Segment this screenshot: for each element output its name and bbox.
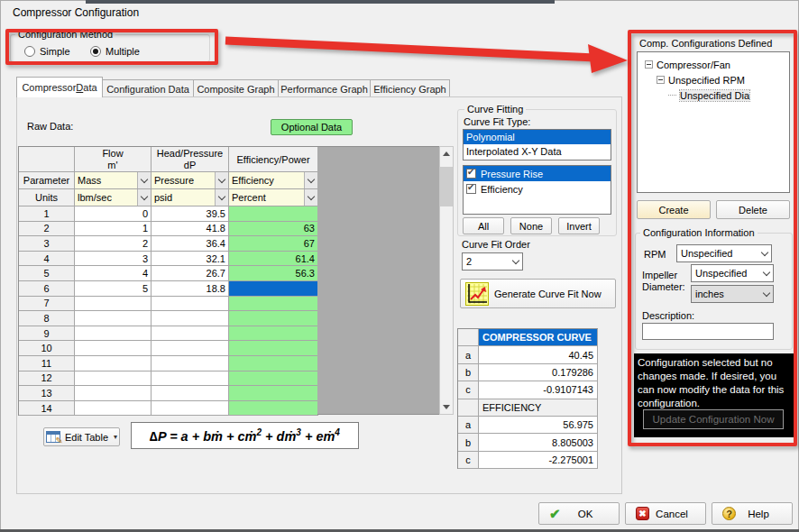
description-input[interactable] bbox=[642, 323, 774, 340]
chevron-down-icon[interactable] bbox=[137, 189, 151, 206]
units-dropdown[interactable]: lbm/sec bbox=[75, 189, 152, 206]
efficiency-cell[interactable] bbox=[229, 206, 318, 222]
configurations-tree[interactable]: Compressor/FanUnspecified RPMUnspecified… bbox=[637, 51, 790, 193]
units-dropdown[interactable]: Percent bbox=[229, 189, 318, 206]
generate-curve-fit-button[interactable]: Generate Curve Fit Now bbox=[460, 279, 616, 308]
dp-cell[interactable] bbox=[152, 311, 229, 326]
flow-cell[interactable]: 5 bbox=[75, 281, 152, 297]
rpm-combo[interactable]: Unspecified bbox=[676, 244, 772, 262]
optional-data-button[interactable]: Optional Data bbox=[271, 119, 353, 135]
parameter-dropdown[interactable]: Efficiency bbox=[229, 172, 318, 189]
scrollbar-up-icon[interactable] bbox=[440, 147, 453, 161]
efficiency-cell[interactable] bbox=[229, 401, 318, 417]
all-button[interactable]: All bbox=[463, 217, 504, 234]
efficiency-cell[interactable] bbox=[229, 297, 318, 312]
tab-efficiency-graph[interactable]: Efficiency Graph bbox=[370, 79, 450, 97]
efficiency-cell[interactable] bbox=[229, 356, 318, 371]
edit-table-button[interactable]: ✎ Edit Table ▾ bbox=[43, 427, 120, 446]
flow-cell[interactable] bbox=[75, 401, 152, 417]
create-button[interactable]: Create bbox=[637, 200, 711, 219]
flow-cell[interactable]: 2 bbox=[75, 236, 152, 252]
chevron-down-icon[interactable] bbox=[215, 189, 228, 206]
dp-cell[interactable]: 26.7 bbox=[152, 266, 229, 281]
dp-cell[interactable] bbox=[152, 326, 229, 342]
radio-simple[interactable]: Simple bbox=[24, 46, 70, 57]
delete-button[interactable]: Delete bbox=[716, 200, 790, 219]
efficiency-cell[interactable] bbox=[229, 326, 318, 342]
tab-performance-graph[interactable]: Performance Graph bbox=[278, 79, 371, 97]
tab-compressor-data[interactable]: Compressor Data bbox=[16, 77, 103, 97]
checkbox-icon[interactable] bbox=[466, 169, 476, 179]
flow-cell[interactable] bbox=[75, 341, 152, 356]
check-item-efficiency[interactable]: Efficiency bbox=[464, 181, 611, 197]
description-label: Description: bbox=[642, 310, 694, 321]
dp-cell[interactable] bbox=[152, 401, 229, 417]
units-dropdown[interactable]: psid bbox=[152, 189, 229, 206]
efficiency-cell[interactable] bbox=[229, 371, 318, 387]
dp-cell[interactable] bbox=[152, 341, 229, 356]
radio-multiple[interactable]: Multiple bbox=[90, 46, 140, 57]
tree-item-compressor-fan[interactable]: Compressor/Fan bbox=[638, 57, 789, 72]
cancel-button[interactable]: ✖ Cancel bbox=[625, 502, 706, 525]
flow-cell[interactable] bbox=[75, 371, 152, 387]
dp-cell[interactable]: 39.5 bbox=[152, 206, 229, 222]
results-row-label: a bbox=[458, 346, 479, 363]
tab-configuration-data[interactable]: Configuration Data bbox=[102, 79, 194, 97]
chevron-down-icon[interactable] bbox=[304, 172, 317, 188]
efficiency-cell[interactable]: 67 bbox=[229, 236, 318, 252]
ok-button[interactable]: ✔ OK bbox=[538, 502, 620, 525]
chevron-down-icon[interactable] bbox=[304, 189, 317, 206]
checkbox-icon[interactable] bbox=[466, 184, 476, 194]
flow-cell[interactable]: 1 bbox=[75, 222, 152, 237]
flow-cell[interactable]: 3 bbox=[75, 252, 152, 267]
efficiency-cell[interactable] bbox=[229, 281, 318, 297]
invert-button[interactable]: Invert bbox=[558, 217, 600, 234]
dp-cell[interactable] bbox=[152, 297, 229, 312]
tab-composite-graph[interactable]: Composite Graph bbox=[193, 79, 279, 97]
chevron-down-icon[interactable] bbox=[137, 172, 151, 188]
tree-item-unspecified-rpm[interactable]: Unspecified RPM bbox=[638, 72, 789, 87]
raw-data-table[interactable]: Flowm'Head/PressuredPEfficiency/PowerPar… bbox=[18, 146, 318, 416]
collapse-minus-icon[interactable] bbox=[657, 76, 665, 84]
curve-fit-variable-list[interactable]: Pressure RiseEfficiency bbox=[463, 165, 611, 215]
raw-data-scrollbar[interactable] bbox=[439, 146, 454, 415]
flow-cell[interactable] bbox=[75, 386, 152, 401]
impeller-units-combo[interactable]: inches bbox=[691, 285, 774, 303]
chevron-down-icon[interactable] bbox=[215, 172, 228, 188]
flow-cell[interactable] bbox=[75, 326, 152, 342]
list-item-polynomial[interactable]: Polynomial bbox=[464, 130, 611, 144]
flow-cell[interactable] bbox=[75, 311, 152, 326]
scrollbar-thumb[interactable] bbox=[440, 167, 453, 206]
efficiency-cell[interactable] bbox=[229, 311, 318, 326]
check-item-pressure-rise[interactable]: Pressure Rise bbox=[464, 166, 611, 181]
parameter-dropdown[interactable]: Pressure bbox=[152, 172, 229, 189]
collapse-minus-icon[interactable] bbox=[645, 60, 653, 69]
list-item-interpolated-x-y-data[interactable]: Interpolated X-Y Data bbox=[464, 144, 611, 159]
dp-cell[interactable] bbox=[152, 386, 229, 401]
flow-cell[interactable]: 4 bbox=[75, 266, 152, 281]
dp-cell[interactable]: 36.4 bbox=[152, 236, 229, 252]
scrollbar-down-icon[interactable] bbox=[440, 400, 453, 414]
efficiency-cell[interactable]: 63 bbox=[229, 222, 318, 237]
flow-cell[interactable] bbox=[75, 297, 152, 312]
efficiency-cell[interactable] bbox=[229, 386, 318, 401]
dp-cell[interactable]: 41.8 bbox=[152, 222, 229, 237]
flow-cell[interactable] bbox=[75, 356, 152, 371]
dp-cell[interactable]: 32.1 bbox=[152, 252, 229, 267]
tree-item-unspecified-dia[interactable]: Unspecified Dia bbox=[638, 87, 789, 103]
curve-fit-order-combo[interactable]: 2 bbox=[462, 252, 523, 271]
efficiency-cell[interactable] bbox=[229, 341, 318, 356]
dp-cell[interactable]: 18.8 bbox=[152, 281, 229, 297]
dp-cell[interactable] bbox=[152, 371, 229, 387]
efficiency-cell[interactable]: 56.3 bbox=[229, 266, 318, 281]
efficiency-cell[interactable]: 61.4 bbox=[229, 252, 318, 267]
flow-cell[interactable]: 0 bbox=[75, 206, 152, 222]
row-number: 6 bbox=[19, 281, 75, 297]
parameter-dropdown[interactable]: Mass bbox=[75, 172, 152, 189]
impeller-diameter-combo[interactable]: Unspecified bbox=[691, 264, 774, 282]
none-button[interactable]: None bbox=[510, 217, 552, 234]
help-button[interactable]: ? Help bbox=[712, 502, 793, 525]
dp-cell[interactable] bbox=[152, 356, 229, 371]
update-configuration-button[interactable]: Update Configuration Now bbox=[643, 409, 784, 429]
curve-fit-type-list[interactable]: PolynomialInterpolated X-Y Data bbox=[463, 129, 611, 161]
